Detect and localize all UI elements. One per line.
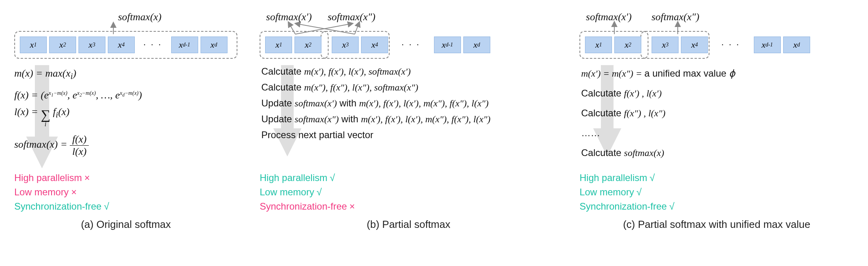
dots: · · ·: [137, 40, 169, 50]
cell-x2: x2: [294, 37, 321, 53]
cell-x3: x3: [652, 37, 679, 53]
output-label-2: softmax(x″): [328, 11, 376, 25]
output-label-2: softmax(x″): [652, 11, 700, 25]
prop-syncfree: Synchronization-free×: [260, 199, 557, 214]
cell-xd1: xd-1: [754, 37, 781, 53]
vector-b: x1 x2 x3 x4 · · · xd-1 xd: [260, 34, 557, 56]
outputs-c: softmax(x′) softmax(x″): [586, 11, 854, 25]
caption-b: (b) Partial softmax: [260, 218, 557, 231]
prop-parallelism: High parallelism×: [14, 171, 237, 185]
outputs-a: softmax(x): [42, 11, 237, 25]
cell-x4: x4: [108, 37, 135, 53]
steps-c: m(x′) = m(x″) = a unified max value ϕ Ca…: [579, 64, 854, 165]
step-2: Calcutate f(x′) , l(x′): [579, 83, 854, 103]
cell-x1: x1: [20, 37, 47, 53]
panel-original-softmax: softmax(x) x1 x2 x3 x4 · · · xd-1 xd: [14, 11, 237, 231]
prop-memory: Low memory√: [579, 185, 854, 199]
cell-xd1: xd-1: [434, 37, 461, 53]
prop-syncfree: Synchronization-free√: [579, 199, 854, 214]
vector-c: x1 x2 x3 x4 · · · xd-1 xd: [579, 34, 854, 56]
panels-row: softmax(x) x1 x2 x3 x4 · · · xd-1 xd: [14, 11, 854, 231]
output-label-1: softmax(x′): [586, 11, 631, 25]
dots: · · ·: [710, 40, 751, 50]
steps-a: m(x) = max(xi) f(x) = (ex1−m(x), ex2−m(x…: [14, 64, 237, 165]
step-3: Update softmax(x′) with m(x′), f(x′), l(…: [260, 95, 557, 111]
cell-x1: x1: [585, 37, 612, 53]
vector-cells: x1 x2 x3 x4 · · · xd-1 xd: [579, 34, 854, 56]
vector-cells: x1 x2 x3 x4 · · · xd-1 xd: [14, 34, 237, 56]
formula-softmax: softmax(x) = f(x)l(x): [14, 129, 237, 162]
formula-l: l(x) = ∑ fi(x): [14, 105, 237, 129]
step-5: Calcutate softmax(x): [579, 143, 854, 163]
step-4: ……: [579, 123, 854, 143]
vector-a: x1 x2 x3 x4 · · · xd-1 xd: [14, 34, 237, 56]
cell-xd: xd: [783, 37, 810, 53]
formula-m: m(x) = max(xi): [14, 64, 237, 85]
cell-x4: x4: [681, 37, 708, 53]
prop-memory: Low memory√: [260, 185, 557, 199]
outputs-b: softmax(x′) softmax(x″): [266, 11, 557, 25]
caption-c: (c) Partial softmax with unified max val…: [579, 218, 854, 231]
cell-x4: x4: [361, 37, 388, 53]
output-label: softmax(x): [118, 11, 162, 25]
output-label-1: softmax(x′): [266, 11, 312, 25]
cell-xd1: xd-1: [171, 37, 198, 53]
vector-cells: x1 x2 x3 x4 · · · xd-1 xd: [260, 34, 557, 56]
step-3: Calcutate f(x″) , l(x″): [579, 103, 854, 123]
prop-parallelism: High parallelism√: [260, 171, 557, 185]
steps-b: Calcutate m(x′), f(x′), l(x′), softmax(x…: [260, 64, 557, 165]
formula-f: f(x) = (ex1−m(x), ex2−m(x), …, exd−m(x)): [14, 85, 237, 105]
cell-xd: xd: [463, 37, 490, 53]
cell-x2: x2: [49, 37, 76, 53]
cell-x3: x3: [332, 37, 359, 53]
cell-x3: x3: [78, 37, 105, 53]
step-1: m(x′) = m(x″) = a unified max value ϕ: [579, 64, 854, 83]
cell-x2: x2: [614, 37, 641, 53]
step-1: Calcutate m(x′), f(x′), l(x′), softmax(x…: [260, 64, 557, 79]
panel-unified-max-softmax: softmax(x′) softmax(x″) x1 x2 x3 x4 · · …: [579, 11, 854, 231]
cell-x1: x1: [265, 37, 292, 53]
caption-a: (a) Original softmax: [14, 218, 237, 231]
props-c: High parallelism√ Low memory√ Synchroniz…: [579, 171, 854, 214]
prop-parallelism: High parallelism√: [579, 171, 854, 185]
step-4: Update softmax(x″) with m(x′), f(x′), l(…: [260, 111, 557, 127]
step-2: Calcutate m(x″), f(x″), l(x″), softmax(x…: [260, 79, 557, 95]
step-5: Process next partial vector: [260, 127, 557, 143]
panel-partial-softmax: softmax(x′) softmax(x″) x1 x2 x3 x4: [260, 11, 557, 231]
cell-xd: xd: [201, 37, 228, 53]
props-b: High parallelism√ Low memory√ Synchroniz…: [260, 171, 557, 214]
props-a: High parallelism× Low memory× Synchroniz…: [14, 171, 237, 214]
dots: · · ·: [390, 40, 432, 50]
prop-memory: Low memory×: [14, 185, 237, 199]
prop-syncfree: Synchronization-free√: [14, 199, 237, 214]
